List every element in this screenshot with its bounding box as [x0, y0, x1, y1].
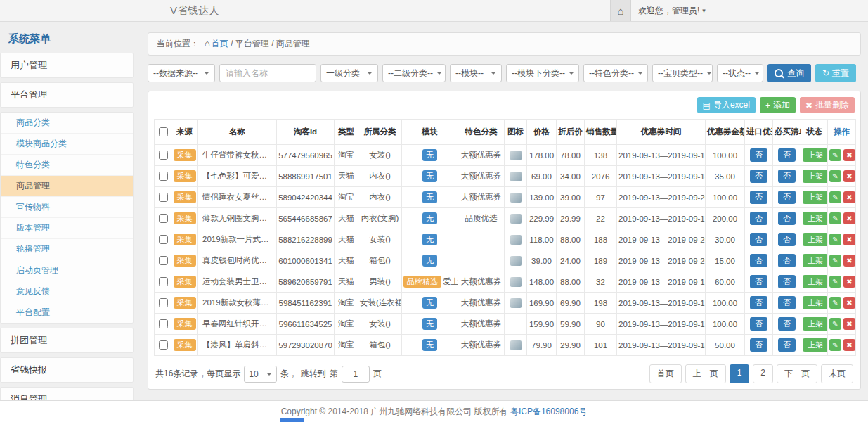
- filter-select-status[interactable]: --状态--: [717, 64, 763, 82]
- row-checkbox[interactable]: [159, 214, 168, 223]
- page-button-1[interactable]: 1: [730, 364, 750, 383]
- delete-button[interactable]: ✖: [843, 234, 855, 245]
- sidebar-item-platform[interactable]: 平台管理: [1, 83, 133, 107]
- edit-button[interactable]: ✎: [829, 318, 841, 330]
- must-buy-button[interactable]: 否: [778, 296, 796, 309]
- batch-delete-button[interactable]: ✖ 批量删除: [800, 97, 855, 113]
- filter-select-data-source[interactable]: --数据来源--: [148, 64, 215, 82]
- delete-button[interactable]: ✖: [843, 318, 855, 330]
- row-checkbox[interactable]: [159, 193, 168, 202]
- add-button[interactable]: + 添加: [760, 97, 796, 113]
- status-button[interactable]: 上架: [803, 233, 828, 245]
- row-checkbox[interactable]: [159, 235, 168, 244]
- must-buy-button[interactable]: 否: [778, 233, 796, 245]
- page-button-last[interactable]: 末页: [821, 364, 853, 383]
- sidebar-item-user[interactable]: 用户管理: [1, 53, 133, 77]
- row-checkbox[interactable]: [159, 172, 168, 181]
- edit-button[interactable]: ✎: [829, 170, 841, 182]
- import-optional-button[interactable]: 否: [750, 254, 767, 267]
- must-buy-button[interactable]: 否: [778, 275, 796, 288]
- status-button[interactable]: 上架: [803, 338, 828, 351]
- must-buy-button[interactable]: 否: [778, 212, 796, 224]
- status-button[interactable]: 上架: [803, 212, 828, 224]
- search-button[interactable]: 查询: [767, 64, 811, 82]
- row-checkbox[interactable]: [159, 277, 168, 286]
- status-button[interactable]: 上架: [803, 148, 828, 161]
- sidebar-item-message[interactable]: 消息管理: [1, 388, 133, 401]
- page-button-first[interactable]: 首页: [649, 364, 682, 383]
- edit-button[interactable]: ✎: [829, 339, 841, 351]
- must-buy-button[interactable]: 否: [778, 170, 796, 182]
- filter-select-module-sub-category[interactable]: --模块下分类--: [506, 64, 579, 82]
- import-optional-button[interactable]: 否: [750, 317, 767, 330]
- status-button[interactable]: 上架: [803, 191, 828, 203]
- page-button-next[interactable]: 下一页: [777, 364, 817, 383]
- sidebar-subitem[interactable]: 版本管理: [1, 218, 133, 239]
- breadcrumb-home-link[interactable]: 首页: [212, 39, 228, 49]
- must-buy-button[interactable]: 否: [778, 317, 796, 330]
- must-buy-button[interactable]: 否: [778, 254, 796, 267]
- import-excel-button[interactable]: ▤ 导入excel: [697, 97, 756, 113]
- status-button[interactable]: 上架: [803, 275, 828, 288]
- filter-input-name[interactable]: [219, 64, 316, 82]
- delete-button[interactable]: ✖: [843, 191, 855, 203]
- delete-button[interactable]: ✖: [843, 255, 855, 267]
- edit-button[interactable]: ✎: [829, 212, 841, 224]
- sidebar-item-groupbuy[interactable]: 拼团管理: [1, 328, 133, 352]
- reset-button[interactable]: ↻ 重置: [815, 64, 856, 82]
- page-button-prev[interactable]: 上一页: [685, 364, 726, 383]
- delete-button[interactable]: ✖: [843, 212, 855, 224]
- must-buy-button[interactable]: 否: [778, 148, 796, 161]
- sidebar-subitem[interactable]: 商品分类: [1, 113, 133, 134]
- status-button[interactable]: 上架: [803, 170, 828, 182]
- import-optional-button[interactable]: 否: [750, 148, 767, 161]
- filter-select-module[interactable]: --模块--: [450, 64, 502, 82]
- sidebar-subitem[interactable]: 意见反馈: [1, 281, 133, 302]
- status-button[interactable]: 上架: [803, 254, 828, 267]
- row-checkbox[interactable]: [159, 340, 168, 350]
- delete-button[interactable]: ✖: [843, 170, 855, 182]
- edit-button[interactable]: ✎: [829, 234, 841, 245]
- sidebar-subitem[interactable]: 平台配置: [1, 302, 133, 323]
- import-optional-button[interactable]: 否: [750, 275, 767, 288]
- delete-button[interactable]: ✖: [843, 339, 855, 351]
- sidebar-subitem[interactable]: 商品管理: [1, 176, 133, 197]
- sidebar-subitem[interactable]: 轮播管理: [1, 239, 133, 260]
- must-buy-button[interactable]: 否: [778, 338, 796, 351]
- row-checkbox[interactable]: [159, 256, 168, 265]
- delete-button[interactable]: ✖: [843, 297, 855, 309]
- icp-link[interactable]: 粤ICP备16098006号: [510, 407, 587, 416]
- filter-select-feature-category[interactable]: --特色分类--: [583, 64, 648, 82]
- sidebar-subitem[interactable]: 模块商品分类: [1, 134, 133, 155]
- sidebar-subitem[interactable]: 宣传物料: [1, 197, 133, 218]
- import-optional-button[interactable]: 否: [750, 191, 767, 203]
- select-all-checkbox[interactable]: [159, 127, 168, 136]
- sidebar-subitem[interactable]: 启动页管理: [1, 260, 133, 281]
- delete-button[interactable]: ✖: [843, 276, 855, 288]
- row-checkbox[interactable]: [159, 151, 168, 160]
- edit-button[interactable]: ✎: [829, 149, 841, 161]
- row-checkbox[interactable]: [159, 319, 168, 328]
- page-button-2[interactable]: 2: [753, 364, 773, 383]
- filter-select-level2-category[interactable]: --二级分类--: [382, 64, 446, 82]
- import-optional-button[interactable]: 否: [750, 338, 767, 351]
- must-buy-button[interactable]: 否: [778, 191, 796, 203]
- import-optional-button[interactable]: 否: [750, 212, 767, 224]
- sidebar-subitem[interactable]: 特色分类: [1, 155, 133, 176]
- status-button[interactable]: 上架: [803, 296, 828, 309]
- user-menu[interactable]: 欢迎您，管理员! ▾: [631, 5, 713, 17]
- edit-button[interactable]: ✎: [829, 191, 841, 203]
- horizontal-scrollbar-thumb[interactable]: [280, 418, 304, 422]
- status-button[interactable]: 上架: [803, 317, 828, 330]
- sidebar-item-express[interactable]: 省钱快报: [1, 358, 133, 382]
- home-button[interactable]: ⌂: [610, 0, 631, 21]
- row-checkbox[interactable]: [159, 298, 168, 307]
- filter-select-item-type[interactable]: --宝贝类型--: [652, 64, 713, 82]
- import-optional-button[interactable]: 否: [750, 296, 767, 309]
- delete-button[interactable]: ✖: [843, 149, 855, 161]
- import-optional-button[interactable]: 否: [750, 170, 767, 182]
- import-optional-button[interactable]: 否: [750, 233, 767, 245]
- edit-button[interactable]: ✎: [829, 255, 841, 267]
- per-page-select[interactable]: 10: [244, 366, 276, 383]
- filter-select-level1-category[interactable]: 一级分类: [320, 64, 378, 82]
